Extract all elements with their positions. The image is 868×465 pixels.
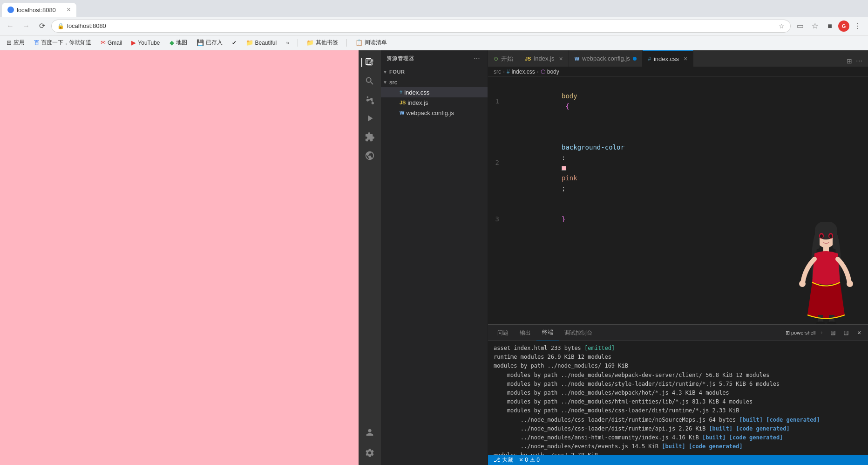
bookmark-apps[interactable]: ⊞ 应用: [4, 38, 27, 48]
maximize-panel-button[interactable]: ⊡: [841, 328, 851, 338]
run-debug-icon[interactable]: [361, 110, 378, 127]
tab-label: 调试控制台: [564, 329, 592, 337]
code-editor[interactable]: 1 body { 2 background-color :: [488, 77, 868, 324]
breadcrumb-hash: #: [507, 68, 510, 75]
sidebar-header: 资源管理器 ···: [381, 50, 488, 67]
bookmark-youtube[interactable]: ▶ YouTube: [129, 38, 163, 47]
browser-toolbar: ← → ⟳ 🔒 localhost:8080 ☆ ▭ ☆ ■ G ⋮: [0, 17, 868, 35]
terminal-tab-problems[interactable]: 问题: [492, 325, 514, 341]
bookmark-label: 地图: [176, 39, 187, 47]
tree-src-folder[interactable]: ▼ src: [381, 77, 488, 87]
divider: [346, 39, 347, 47]
profile-avatar[interactable]: G: [838, 21, 849, 32]
back-button[interactable]: ←: [4, 20, 17, 33]
tree-file-webpack[interactable]: W webpack.config.js: [381, 108, 488, 118]
address-bar[interactable]: 🔒 localhost:8080 ☆: [51, 20, 791, 33]
source-control-icon[interactable]: [361, 91, 378, 108]
bookmark-label: 其他书签: [316, 39, 338, 47]
more-bookmarks[interactable]: »: [283, 39, 292, 47]
bookmark-gmail[interactable]: ✉ Gmail: [98, 38, 125, 47]
tab-label: 开始: [501, 55, 513, 63]
split-terminal-button[interactable]: ⊞: [828, 328, 838, 338]
menu-button[interactable]: ⋮: [851, 20, 864, 33]
tab-label: index.js: [534, 55, 554, 62]
terminal-tab-debug[interactable]: 调试控制台: [559, 325, 598, 341]
bookmark-maps[interactable]: ◆ 地图: [167, 38, 190, 48]
file-tree: ▼ FOUR ▼ src # index.css JS index.js W: [381, 67, 488, 465]
tab-close-icon[interactable]: ×: [559, 55, 563, 62]
bookmark-label: YouTube: [138, 40, 160, 46]
breadcrumb-selector: body: [547, 68, 559, 75]
css-value: pink: [562, 174, 577, 182]
tree-file-indexjs[interactable]: JS index.js: [381, 97, 488, 108]
tab-indexjs[interactable]: JS index.js ×: [519, 50, 569, 67]
line-content-3: }: [507, 204, 868, 234]
line-num-2: 2: [488, 157, 507, 168]
reload-button[interactable]: ⟳: [35, 20, 48, 33]
css-brace-close: }: [562, 215, 565, 223]
tab-close-button[interactable]: ×: [67, 6, 71, 14]
split-editor-button[interactable]: ⊞: [845, 55, 854, 67]
bookmark-other[interactable]: 📁 其他书签: [304, 38, 341, 48]
bookmark-readlist[interactable]: 📋 阅读清单: [353, 38, 390, 48]
search-activity-icon[interactable]: [361, 73, 378, 89]
explorer-icon[interactable]: [361, 54, 378, 71]
terminal-line: runtime modules 26.9 KiB 12 modules: [494, 353, 862, 362]
sidebar-more-button[interactable]: ···: [472, 54, 482, 64]
css-semicolon: ;: [562, 185, 565, 192]
remote-icon[interactable]: [361, 147, 378, 164]
bookmark-label: Gmail: [108, 40, 122, 46]
breadcrumb-symbol-icon: ⬡: [541, 68, 545, 75]
tree-root[interactable]: ▼ FOUR: [381, 67, 488, 77]
css-property: background-color: [562, 144, 624, 151]
tab-label: index.css: [654, 55, 679, 62]
account-icon[interactable]: [361, 424, 378, 441]
status-errors[interactable]: ✕ 0 ⚠ 0: [519, 457, 540, 463]
breadcrumb-sep1: ›: [503, 68, 505, 75]
star-button[interactable]: ☆: [808, 20, 821, 33]
bookmark-beautiful[interactable]: 📁 Beautiful: [243, 38, 280, 47]
browser-viewport: [0, 50, 359, 465]
vscode-window: 资源管理器 ··· ▼ FOUR ▼ src # index.css: [359, 50, 868, 465]
more-editor-button[interactable]: ⋯: [854, 55, 864, 67]
branch-label: 大藏: [502, 456, 513, 464]
color-swatch[interactable]: [562, 166, 566, 171]
settings-icon[interactable]: [361, 444, 378, 461]
sidebar-header-actions: ···: [472, 54, 482, 64]
bookmark-star-icon[interactable]: ☆: [779, 22, 785, 30]
tab-favicon: [7, 7, 14, 13]
readlist-icon: 📋: [355, 39, 363, 46]
apps-icon: ⊞: [7, 39, 12, 46]
bookmark-save[interactable]: 💾 已存入: [194, 38, 225, 48]
terminal-tab-output[interactable]: 输出: [514, 325, 536, 341]
bookmark-v[interactable]: ✔: [229, 39, 239, 47]
ps-label: ⊞ powershell: [786, 330, 816, 336]
tab-close-icon[interactable]: ×: [684, 55, 687, 62]
toolbar-actions: ▭ ☆ ■ G ⋮: [793, 20, 864, 33]
tab-indexcss[interactable]: # index.css ×: [643, 50, 694, 67]
tab-label: 输出: [520, 329, 531, 337]
close-panel-button[interactable]: ×: [854, 328, 864, 338]
bookmark-baidu[interactable]: 百 百度一下，你就知道: [31, 38, 94, 48]
file-name: index.js: [407, 99, 428, 106]
chevron-icon: ▼: [383, 69, 387, 75]
tree-file-indexcss[interactable]: # index.css: [381, 87, 488, 97]
terminal-line: modules by path ../node_modules/style-lo…: [494, 380, 862, 389]
cast-button[interactable]: ▭: [793, 20, 807, 33]
browser-tab[interactable]: localhost:8080 ×: [2, 3, 76, 17]
forward-button[interactable]: →: [20, 20, 33, 33]
css-brace-open: {: [562, 103, 570, 110]
extensions-button[interactable]: ■: [823, 20, 836, 33]
status-branch[interactable]: ⎇ 大藏: [494, 456, 513, 464]
terminal-content[interactable]: asset index.html 233 bytes [emitted] run…: [488, 341, 868, 455]
branch-icon: ⎇: [494, 457, 500, 463]
tab-webpack[interactable]: W webpack.config.js: [569, 50, 643, 67]
code-line-3: 3 }: [488, 204, 868, 234]
terminal-tab-terminal[interactable]: 终端: [536, 325, 559, 341]
extensions-activity-icon[interactable]: [361, 129, 378, 145]
tab-start[interactable]: ⊙ 开始: [488, 50, 519, 67]
terminal-line: asset index.html 233 bytes [emitted]: [494, 344, 862, 353]
modified-dot: [633, 57, 637, 61]
editor-tabs: ⊙ 开始 JS index.js × W webpack.config.js #…: [488, 50, 868, 67]
line-content-1: body {: [507, 81, 868, 122]
